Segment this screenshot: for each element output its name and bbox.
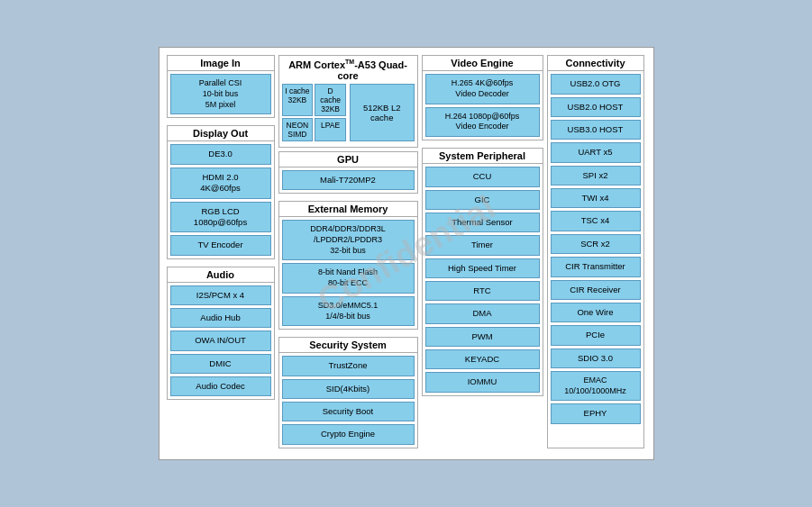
timer-cell: Timer [425,235,540,255]
hdmi-cell: HDMI 2.0 4K@60fps [170,167,271,199]
connectivity-section: Connectivity USB2.0 OTG USB2.0 HOST USB3… [547,55,644,448]
gpu-section: GPU Mali-T720MP2 [278,151,418,194]
pcie-cell: PCIe [551,325,641,345]
video-engine-title: Video Engine [423,56,543,71]
display-out-section: Display Out DE3.0 HDMI 2.0 4K@60fps RGB … [167,125,275,258]
pwm-cell: PWM [425,327,540,347]
ephy-cell: EPHY [551,403,641,423]
security-boot-cell: Security Boot [282,402,415,421]
display-out-title: Display Out [168,126,274,141]
image-in-section: Image In Parallel CSI 10-bit bus 5M pixe… [167,55,275,118]
arm-title: ARM CortexTM-A53 Quad-core [282,59,415,81]
sdio-cell: SDIO 3.0 [551,349,641,368]
usb2-host-cell: USB2.0 HOST [551,97,641,117]
i2s-cell: I2S/PCM x 4 [170,285,271,305]
usb3-host-cell: USB3.0 HOST [551,120,641,140]
cir-tx-cell: CIR Transmitter [551,257,641,276]
audio-title: Audio [168,267,274,283]
security-title: Security System [279,338,417,353]
mali-cell: Mali-T720MP2 [282,170,415,190]
sid-cell: SID(4Kbits) [282,379,415,399]
audio-codec-cell: Audio Codec [170,376,271,396]
one-wire-cell: One Wire [551,303,641,322]
dmic-cell: DMIC [170,354,271,374]
rtc-cell: RTC [425,281,540,301]
high-speed-timer-cell: High Speed Timer [425,258,540,278]
usb2-otg-cell: USB2.0 OTG [551,74,641,94]
thermal-cell: Thermal Sensor [425,213,540,232]
owa-cell: OWA IN/OUT [170,330,271,350]
emac-cell: EMAC 10/100/1000MHz [551,371,641,401]
sys-peri-section: System Peripheral CCU GIC Thermal Sensor… [422,148,543,395]
video-engine-section: Video Engine H.265 4K@60fps Video Decode… [422,55,543,140]
scr-cell: SCR x2 [551,234,641,254]
twi-cell: TWI x4 [551,188,641,208]
arm-section: ARM CortexTM-A53 Quad-core I cache 32KB … [278,55,418,148]
spi-cell: SPI x2 [551,166,641,186]
ccu-cell: CCU [425,167,540,186]
parallel-csi-cell: Parallel CSI 10-bit bus 5M pixel [170,74,271,114]
sys-peri-title: System Peripheral [423,149,543,164]
audio-hub-cell: Audio Hub [170,308,271,328]
uart-cell: UART x5 [551,142,641,162]
ext-mem-title: External Memory [279,202,417,217]
ext-mem-section: External Memory DDR4/DDR3/DDR3L /LPDDR2/… [278,201,418,330]
ddr-cell: DDR4/DDR3/DDR3L /LPDDR2/LPDDR3 32-bit bu… [282,220,415,260]
dma-cell: DMA [425,303,540,323]
security-section: Security System TrustZone SID(4Kbits) Se… [278,337,418,448]
h264-cell: H.264 1080p@60fps Video Encoder [425,107,540,137]
dcache-box: D cache 32KB [315,84,346,116]
tv-encoder-cell: TV Encoder [170,235,271,255]
h265-cell: H.265 4K@60fps Video Decoder [425,74,540,104]
trustzone-cell: TrustZone [282,356,415,376]
keyadc-cell: KEYADC [425,349,540,369]
image-in-title: Image In [168,56,274,71]
gic-cell: GIC [425,190,540,210]
lpae-box: LPAE [315,118,346,141]
iommu-cell: IOMMU [425,372,540,392]
sd-cell: SD3.0/eMMC5.1 1/4/8-bit bus [282,296,415,326]
rgb-lcd-cell: RGB LCD 1080p@60fps [170,202,271,233]
gpu-title: GPU [279,152,417,167]
crypto-engine-cell: Crypto Engine [282,424,415,444]
neon-box: NEON SIMD [282,118,314,141]
nand-cell: 8-bit Nand Flash 80-bit ECC [282,263,415,293]
tsc-cell: TSC x4 [551,211,641,231]
l2-cache-cell: 512KB L2 cache [350,84,415,141]
cir-rx-cell: CIR Receiver [551,280,641,300]
icache-box: I cache 32KB [282,84,314,116]
audio-section: Audio I2S/PCM x 4 Audio Hub OWA IN/OUT D… [167,267,275,401]
de30-cell: DE3.0 [170,144,271,164]
chip-diagram: Confidential Image In Parallel CSI 10-bi… [159,47,654,459]
connectivity-title: Connectivity [548,56,643,71]
